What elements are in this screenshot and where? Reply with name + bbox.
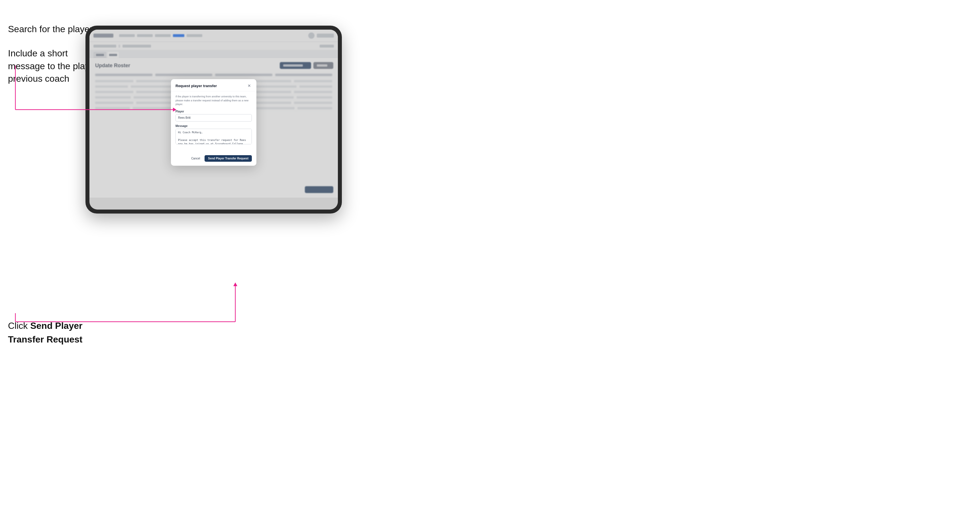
send-transfer-request-button[interactable]: Send Player Transfer Request (205, 155, 252, 162)
modal-footer: Cancel Send Player Transfer Request (171, 152, 256, 166)
message-textarea[interactable]: Hi Coach McHarg, Please accept this tran… (175, 129, 252, 144)
modal-body: If the player is transferring from anoth… (171, 91, 256, 152)
modal-description: If the player is transferring from anoth… (175, 95, 252, 106)
transfer-request-modal: Request player transfer ✕ If the player … (171, 79, 256, 166)
modal-overlay: Request player transfer ✕ If the player … (89, 30, 338, 210)
modal-header: Request player transfer ✕ (171, 79, 256, 91)
tablet-screen: Update Roster (89, 30, 338, 210)
instruction-click: Click Send Player Transfer Request (8, 319, 105, 346)
message-label: Message (175, 124, 252, 127)
player-label: Player (175, 110, 252, 113)
player-input[interactable] (175, 114, 252, 122)
modal-close-button[interactable]: ✕ (247, 83, 252, 88)
modal-title: Request player transfer (175, 84, 217, 88)
cancel-button[interactable]: Cancel (189, 156, 202, 162)
tablet-device: Update Roster (86, 25, 342, 214)
svg-marker-6 (233, 283, 237, 286)
